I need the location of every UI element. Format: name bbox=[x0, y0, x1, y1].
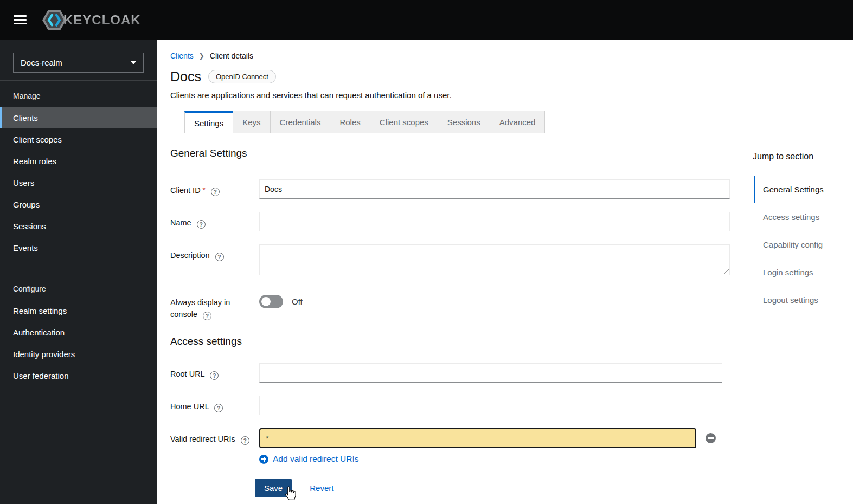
access-settings-heading: Access settings bbox=[170, 335, 734, 347]
page-header: Docs OpenID Connect Clients are applicat… bbox=[157, 69, 853, 100]
client-id-help-icon[interactable]: ? bbox=[211, 188, 220, 196]
name-row: Name ? bbox=[170, 212, 734, 231]
sidebar-item-groups[interactable]: Groups bbox=[0, 193, 157, 215]
home-url-label: Home URL ? bbox=[170, 396, 259, 415]
top-bar: KEYCLOAK bbox=[0, 0, 853, 40]
breadcrumb-separator-icon: ❯ bbox=[199, 52, 204, 60]
valid-redirect-label: Valid redirect URIs ? bbox=[170, 428, 259, 464]
sidebar: Docs-realm Manage Clients Client scopes … bbox=[0, 40, 157, 504]
jump-item-logout-settings[interactable]: Logout settings bbox=[754, 286, 839, 314]
page-subtitle: Clients are applications and services th… bbox=[170, 91, 853, 100]
client-id-label: Client ID* ? bbox=[170, 179, 259, 199]
description-help-icon[interactable]: ? bbox=[215, 253, 224, 261]
tab-client-scopes[interactable]: Client scopes bbox=[370, 111, 438, 133]
tab-credentials[interactable]: Credentials bbox=[271, 111, 331, 133]
breadcrumb: Clients ❯ Client details bbox=[157, 40, 853, 60]
always-display-help-icon[interactable]: ? bbox=[203, 312, 211, 320]
nav-section-manage: Manage bbox=[0, 81, 157, 107]
tab-bar-left-fill bbox=[157, 111, 184, 133]
sidebar-item-sessions[interactable]: Sessions bbox=[0, 215, 157, 237]
root-url-help-icon[interactable]: ? bbox=[210, 371, 219, 380]
tab-sessions[interactable]: Sessions bbox=[438, 111, 490, 133]
toggle-state-label: Off bbox=[292, 297, 303, 306]
name-help-icon[interactable]: ? bbox=[197, 220, 206, 229]
realm-selector-value: Docs-realm bbox=[21, 58, 62, 67]
add-redirect-uri-button[interactable]: Add valid redirect URIs bbox=[259, 454, 734, 464]
sidebar-item-events[interactable]: Events bbox=[0, 237, 157, 259]
sidebar-item-authentication[interactable]: Authentication bbox=[0, 321, 157, 343]
jump-item-login-settings[interactable]: Login settings bbox=[754, 259, 839, 286]
name-label: Name ? bbox=[170, 212, 259, 231]
jump-to-section-nav: Jump to section General Settings Access … bbox=[753, 152, 839, 316]
revert-link[interactable]: Revert bbox=[310, 483, 333, 493]
home-url-help-icon[interactable]: ? bbox=[214, 404, 223, 412]
name-input[interactable] bbox=[259, 212, 730, 231]
description-row: Description ? bbox=[170, 244, 734, 277]
description-label: Description ? bbox=[170, 244, 259, 277]
jump-item-access-settings[interactable]: Access settings bbox=[754, 203, 839, 231]
settings-form: General Settings Client ID* ? Name ? Des… bbox=[170, 147, 734, 477]
brand-text: KEYCLOAK bbox=[63, 12, 141, 28]
sidebar-item-realm-roles[interactable]: Realm roles bbox=[0, 150, 157, 172]
tab-settings[interactable]: Settings bbox=[184, 111, 233, 133]
protocol-badge: OpenID Connect bbox=[208, 70, 276, 83]
valid-redirect-row: Valid redirect URIs ? Add valid redirect… bbox=[170, 428, 734, 464]
valid-redirect-input[interactable] bbox=[259, 428, 696, 448]
always-display-label: Always display in console ? bbox=[170, 292, 259, 320]
sidebar-item-client-scopes[interactable]: Client scopes bbox=[0, 128, 157, 150]
root-url-label: Root URL ? bbox=[170, 363, 259, 383]
realm-selector[interactable]: Docs-realm bbox=[13, 53, 144, 73]
jump-item-capability-config[interactable]: Capability config bbox=[754, 231, 839, 259]
jump-nav-title: Jump to section bbox=[753, 152, 839, 161]
valid-redirect-help-icon[interactable]: ? bbox=[241, 436, 249, 445]
tab-keys[interactable]: Keys bbox=[233, 111, 270, 133]
keycloak-logo: KEYCLOAK bbox=[42, 9, 141, 31]
client-id-row: Client ID* ? bbox=[170, 179, 734, 199]
required-asterisk: * bbox=[203, 186, 206, 194]
sidebar-item-users[interactable]: Users bbox=[0, 172, 157, 193]
tab-roles[interactable]: Roles bbox=[330, 111, 370, 133]
nav-section-configure: Configure bbox=[0, 274, 157, 300]
sidebar-item-identity-providers[interactable]: Identity providers bbox=[0, 343, 157, 365]
breadcrumb-current: Client details bbox=[210, 51, 253, 60]
tab-bar: Settings Keys Credentials Roles Client s… bbox=[157, 111, 853, 133]
root-url-row: Root URL ? bbox=[170, 363, 734, 383]
sidebar-item-realm-settings[interactable]: Realm settings bbox=[0, 300, 157, 321]
general-settings-heading: General Settings bbox=[170, 147, 734, 159]
add-redirect-uri-label: Add valid redirect URIs bbox=[273, 454, 359, 464]
home-url-input[interactable] bbox=[259, 396, 722, 415]
always-display-row: Always display in console ? Off bbox=[170, 292, 734, 320]
description-textarea[interactable] bbox=[259, 244, 730, 275]
page-title: Docs bbox=[170, 69, 201, 85]
sidebar-item-user-federation[interactable]: User federation bbox=[0, 365, 157, 386]
chevron-down-icon bbox=[131, 61, 136, 64]
breadcrumb-clients-link[interactable]: Clients bbox=[170, 51, 194, 60]
root-url-input[interactable] bbox=[259, 363, 722, 383]
hamburger-menu-icon[interactable] bbox=[14, 15, 27, 24]
home-url-row: Home URL ? bbox=[170, 396, 734, 415]
always-display-toggle[interactable] bbox=[259, 295, 283, 308]
tab-bar-right-fill bbox=[545, 111, 853, 133]
form-action-bar: Save Revert bbox=[157, 471, 853, 504]
jump-item-general-settings[interactable]: General Settings bbox=[754, 176, 839, 203]
client-id-input[interactable] bbox=[259, 179, 730, 199]
tab-advanced[interactable]: Advanced bbox=[490, 111, 546, 133]
remove-redirect-uri-icon[interactable] bbox=[706, 433, 716, 443]
toggle-knob bbox=[261, 297, 271, 306]
sidebar-item-clients[interactable]: Clients bbox=[0, 107, 157, 128]
save-button[interactable]: Save bbox=[255, 479, 292, 497]
plus-circle-icon bbox=[259, 455, 268, 464]
